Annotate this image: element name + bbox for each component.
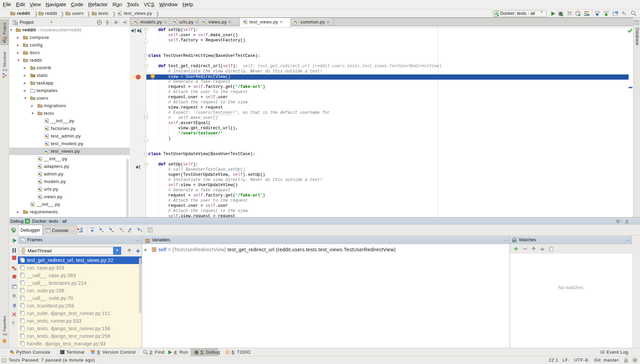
svg-text:I: I <box>140 229 142 233</box>
svg-text:s: s <box>22 239 24 242</box>
svg-text:di: di <box>26 219 29 223</box>
svg-text:VCS: VCS <box>595 11 600 13</box>
